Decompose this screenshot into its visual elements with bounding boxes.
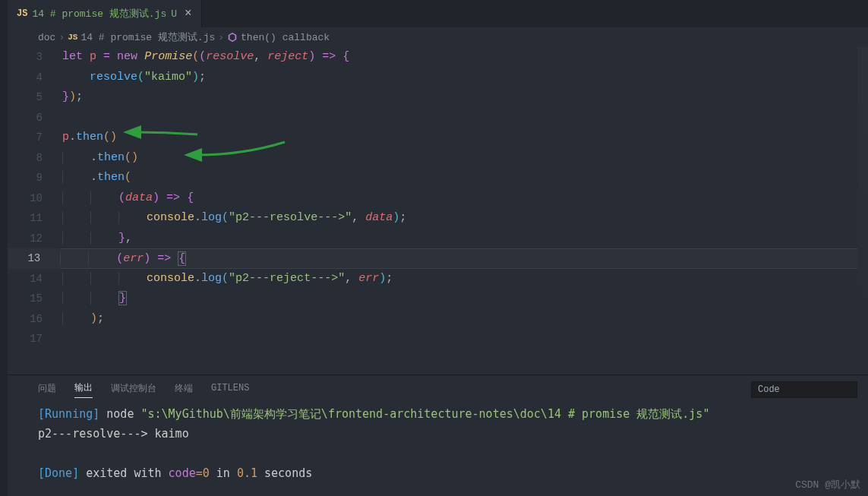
tab-gitlens[interactable]: GITLENS bbox=[211, 383, 249, 396]
code-line[interactable]: ); bbox=[62, 309, 104, 330]
tab-terminal[interactable]: 终端 bbox=[175, 382, 193, 398]
bottom-panel: 问题 输出 调试控制台 终端 GITLENS Code [Running] no… bbox=[8, 374, 868, 496]
line-number: 13 bbox=[8, 248, 60, 269]
code-line[interactable]: let p = new Promise((resolve, reject) =>… bbox=[62, 47, 349, 68]
tab-bar: JS 14 # promise 规范测试.js U × bbox=[8, 0, 868, 27]
code-line[interactable]: .then( bbox=[62, 168, 131, 188]
code-line[interactable]: .then() bbox=[62, 148, 138, 169]
modified-badge: U bbox=[171, 8, 177, 20]
output-channel-select[interactable]: Code bbox=[751, 381, 857, 398]
output-body[interactable]: [Running] node "s:\MyGithub\前端架构学习笔记\fro… bbox=[8, 398, 868, 486]
select-value[interactable]: Code bbox=[751, 381, 857, 398]
activity-bar bbox=[0, 0, 8, 496]
watermark: CSDN @凯小默 bbox=[795, 478, 860, 491]
code-line[interactable]: resolve("kaimo"); bbox=[62, 68, 206, 88]
breadcrumb[interactable]: doc › JS 14 # promise 规范测试.js › then() c… bbox=[8, 27, 868, 47]
line-number: 15 bbox=[8, 289, 62, 309]
line-number: 16 bbox=[8, 309, 62, 330]
line-number: 4 bbox=[8, 68, 62, 88]
tab-problems[interactable]: 问题 bbox=[38, 382, 56, 398]
line-number: 7 bbox=[8, 128, 62, 148]
tab-title: 14 # promise 规范测试.js bbox=[32, 7, 166, 21]
output-line: [Running] node "s:\MyGithub\前端架构学习笔记\fro… bbox=[38, 404, 857, 424]
tab-output[interactable]: 输出 bbox=[74, 381, 93, 398]
breadcrumb-seg[interactable]: 14 # promise 规范测试.js bbox=[80, 30, 215, 44]
breadcrumb-symbol[interactable]: then() callback bbox=[241, 32, 330, 43]
line-number: 5 bbox=[8, 87, 62, 108]
file-tab[interactable]: JS 14 # promise 规范测试.js U × bbox=[8, 0, 202, 27]
line-number: 9 bbox=[8, 168, 62, 188]
close-icon[interactable]: × bbox=[185, 7, 192, 21]
js-icon: JS bbox=[68, 33, 77, 42]
breadcrumb-seg[interactable]: doc bbox=[38, 32, 55, 43]
chevron-right-icon: › bbox=[58, 32, 65, 43]
method-icon bbox=[227, 32, 238, 43]
code-line[interactable]: p.then() bbox=[62, 128, 117, 148]
code-editor[interactable]: 3 let p = new Promise((resolve, reject) … bbox=[8, 47, 868, 374]
line-number: 6 bbox=[8, 108, 62, 128]
code-line[interactable]: } bbox=[62, 289, 127, 309]
line-number: 3 bbox=[8, 47, 62, 68]
tab-debug-console[interactable]: 调试控制台 bbox=[111, 382, 156, 398]
code-line[interactable]: }, bbox=[62, 229, 132, 249]
line-number: 12 bbox=[8, 229, 62, 249]
code-line-active[interactable]: (err) => { bbox=[60, 248, 868, 269]
minimap[interactable] bbox=[857, 47, 868, 374]
line-number: 14 bbox=[8, 269, 62, 289]
output-line: [Done] exited with code=0 in 0.1 seconds bbox=[38, 463, 857, 483]
line-number: 8 bbox=[8, 148, 62, 169]
output-line: p2---resolve---> kaimo bbox=[38, 424, 857, 444]
code-line[interactable]: console.log("p2---resolve--->", data); bbox=[62, 208, 406, 229]
line-number: 10 bbox=[8, 188, 62, 209]
output-blank bbox=[38, 444, 857, 463]
code-line[interactable]: (data) => { bbox=[62, 188, 194, 209]
panel-tab-bar: 问题 输出 调试控制台 终端 GITLENS Code bbox=[8, 375, 868, 398]
code-line[interactable]: }); bbox=[62, 87, 83, 108]
chevron-right-icon: › bbox=[218, 32, 224, 43]
code-line[interactable]: console.log("p2---reject--->", err); bbox=[62, 269, 393, 289]
js-icon: JS bbox=[17, 8, 27, 19]
line-number: 11 bbox=[8, 208, 62, 229]
line-number: 17 bbox=[8, 329, 62, 349]
